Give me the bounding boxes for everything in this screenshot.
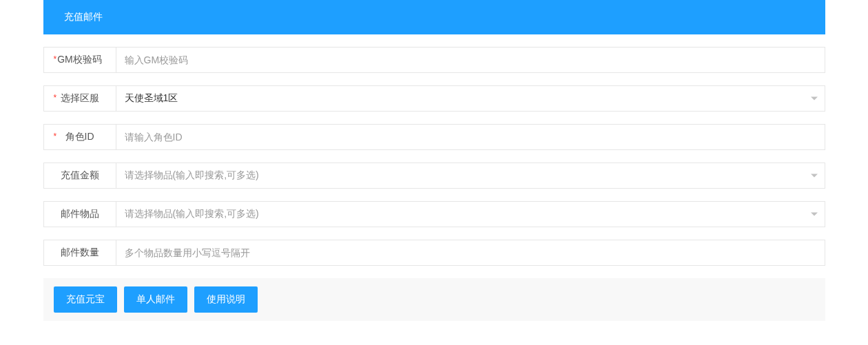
gm-code-label: * GM校验码 (44, 48, 116, 72)
recharge-amount-placeholder: 请选择物品(输入即搜索,可多选) (116, 163, 825, 188)
required-indicator: * (54, 93, 57, 103)
recharge-button[interactable]: 充值元宝 (54, 286, 117, 313)
single-mail-button[interactable]: 单人邮件 (124, 286, 187, 313)
chevron-down-icon (811, 97, 818, 101)
mail-quantity-label: 邮件数量 (44, 240, 116, 265)
required-indicator: * (54, 54, 57, 64)
form-row-mail-quantity: 邮件数量 (43, 240, 825, 266)
page-title: 充值邮件 (64, 11, 103, 22)
form-row-recharge-amount: 充值金额 请选择物品(输入即搜索,可多选) (43, 163, 825, 189)
recharge-amount-label: 充值金额 (44, 163, 116, 188)
gm-code-input-wrap (116, 48, 825, 72)
server-selected-value: 天使圣域1区 (116, 86, 825, 111)
form-row-gm-code: * GM校验码 (43, 47, 825, 73)
role-id-label: * 角色ID (44, 125, 116, 149)
mail-items-select-wrap[interactable]: 请选择物品(输入即搜索,可多选) (116, 202, 825, 227)
form-row-server: * 选择区服 天使圣域1区 (43, 85, 825, 112)
role-id-input-wrap (116, 125, 825, 149)
mail-items-label: 邮件物品 (44, 202, 116, 227)
button-row: 充值元宝 单人邮件 使用说明 (43, 278, 825, 321)
page-header-banner: 充值邮件 (43, 0, 825, 34)
form-row-role-id: * 角色ID (43, 124, 825, 150)
chevron-down-icon (811, 174, 818, 178)
required-indicator: * (54, 132, 57, 141)
server-label: * 选择区服 (44, 86, 116, 111)
recharge-amount-select-wrap[interactable]: 请选择物品(输入即搜索,可多选) (116, 163, 825, 188)
role-id-input[interactable] (116, 125, 825, 149)
mail-items-placeholder: 请选择物品(输入即搜索,可多选) (116, 202, 825, 227)
form-row-mail-items: 邮件物品 请选择物品(输入即搜索,可多选) (43, 201, 825, 227)
mail-quantity-input[interactable] (116, 240, 825, 265)
mail-quantity-input-wrap (116, 240, 825, 265)
chevron-down-icon (811, 213, 818, 216)
instructions-button[interactable]: 使用说明 (194, 286, 258, 313)
gm-code-input[interactable] (116, 48, 825, 72)
server-select-wrap[interactable]: 天使圣域1区 (116, 86, 825, 111)
